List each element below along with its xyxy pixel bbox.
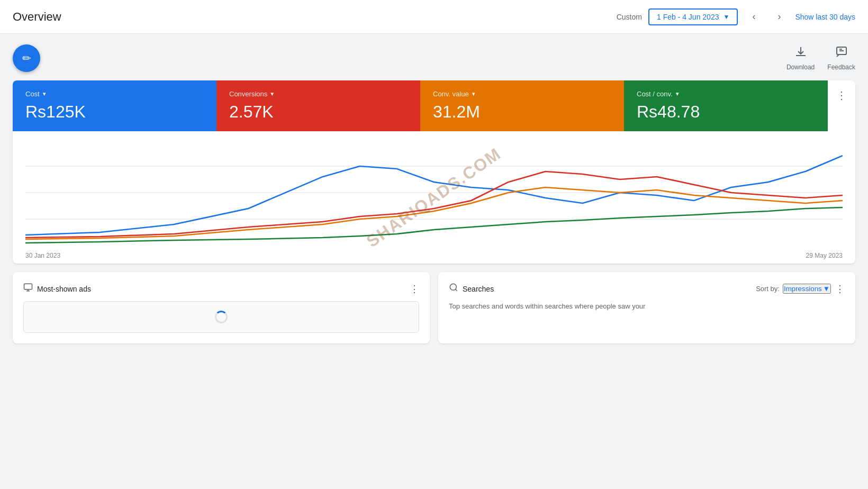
main-content: ✏ Download Feedback [0,34,868,354]
header-right: Custom 1 Feb - 4 Jun 2023 ▼ ‹ › Show las… [617,7,855,26]
metric-tab-cost-value: Rs125K [25,102,204,122]
show-last-button[interactable]: Show last 30 days [795,13,855,21]
chart-dates: 30 Jan 2023 29 May 2023 [25,252,843,259]
metrics-tabs: Cost ▼ Rs125K Conversions ▼ 2.57K [13,80,828,131]
next-arrow-button[interactable]: › [770,7,789,26]
metrics-card: Cost ▼ Rs125K Conversions ▼ 2.57K [13,80,855,264]
chart-svg [25,140,843,246]
cost-conv-chevron-icon: ▼ [675,91,680,97]
svg-point-5 [450,284,456,290]
most-shown-ads-card: Most-shown ads ⋮ [13,272,430,343]
loading-circle [215,311,228,323]
conversions-chevron-icon: ▼ [269,91,275,97]
date-range-button[interactable]: 1 Feb - 4 Jun 2023 ▼ [648,8,738,25]
metrics-more-button[interactable]: ⋮ [828,85,855,106]
sort-by: Sort by: Impressions ▼ [756,284,831,294]
sort-by-label: Sort by: [756,285,780,293]
feedback-label: Feedback [827,64,855,71]
most-shown-ads-more-button[interactable]: ⋮ [410,283,419,295]
search-icon [449,283,458,295]
metric-tab-cost-conv-value: Rs48.78 [637,102,815,122]
most-shown-ads-label: Most-shown ads [37,285,91,293]
metric-tab-cost[interactable]: Cost ▼ Rs125K [13,80,216,131]
metric-tab-cost-conv[interactable]: Cost / conv. ▼ Rs48.78 [624,80,828,131]
date-range-value: 1 Feb - 4 Jun 2023 [657,13,719,21]
most-shown-ads-placeholder [23,301,419,333]
searches-header: Searches Sort by: Impressions ▼ ⋮ [449,283,845,295]
metrics-header: Cost ▼ Rs125K Conversions ▼ 2.57K [13,80,855,131]
searches-title: Searches [449,283,494,295]
top-header: Overview Custom 1 Feb - 4 Jun 2023 ▼ ‹ ›… [0,0,868,34]
feedback-icon [835,46,848,61]
toolbar-actions: Download Feedback [786,46,855,71]
page-title: Overview [13,10,61,24]
metric-tab-conversions-label: Conversions ▼ [229,90,408,98]
feedback-button[interactable]: Feedback [827,46,855,71]
download-icon [794,46,807,61]
download-label: Download [786,64,815,71]
edit-button[interactable]: ✏ [13,44,40,72]
conv-value-chevron-icon: ▼ [471,91,476,97]
chevron-down-icon: ▼ [723,13,729,21]
searches-card: Searches Sort by: Impressions ▼ ⋮ Top se… [438,272,855,343]
metric-tab-conv-value-label: Conv. value ▼ [433,90,611,98]
prev-arrow-button[interactable]: ‹ [744,7,763,26]
chart-start-date: 30 Jan 2023 [25,252,60,259]
searches-subtitle: Top searches and words within searches w… [449,301,845,312]
metric-tab-conv-value-value: 31.2M [433,102,611,122]
metric-tab-cost-conv-label: Cost / conv. ▼ [637,90,815,98]
chart-area: 30 Jan 2023 29 May 2023 shariqads.com [13,131,855,264]
cost-chevron-icon: ▼ [42,91,47,97]
metric-tab-cost-label: Cost ▼ [25,90,204,98]
metric-tab-conv-value[interactable]: Conv. value ▼ 31.2M [420,80,624,131]
custom-label: Custom [617,13,642,21]
metric-tab-conversions[interactable]: Conversions ▼ 2.57K [216,80,420,131]
sort-value-label: Impressions [784,285,822,293]
bottom-row: Most-shown ads ⋮ Searches [13,272,855,343]
metric-tab-conversions-value: 2.57K [229,102,408,122]
toolbar-row: ✏ Download Feedback [13,44,855,72]
most-shown-ads-title: Most-shown ads [23,283,91,295]
searches-more-button[interactable]: ⋮ [835,283,845,295]
searches-label: Searches [463,285,494,293]
ads-icon [23,283,33,295]
sort-value-button[interactable]: Impressions ▼ [783,284,831,294]
most-shown-ads-header: Most-shown ads ⋮ [23,283,419,295]
chart-end-date: 29 May 2023 [806,252,843,259]
edit-icon: ✏ [22,52,31,65]
sort-chevron-icon: ▼ [823,285,830,293]
searches-controls: Sort by: Impressions ▼ ⋮ [756,283,845,295]
download-button[interactable]: Download [786,46,815,71]
svg-rect-4 [24,284,32,289]
